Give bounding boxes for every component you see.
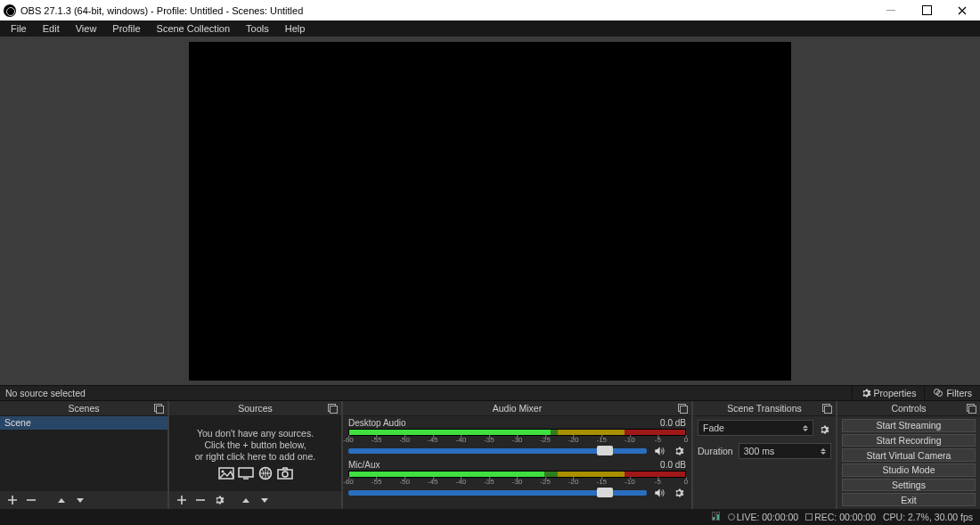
gear-icon (674, 446, 684, 456)
scale-tick: -35 (484, 436, 494, 444)
scale-tick: -35 (484, 478, 494, 486)
display-source-icon (238, 466, 254, 480)
chevron-up-icon (242, 498, 249, 503)
chevron-down-icon (77, 498, 84, 503)
scale-tick: -5 (655, 478, 661, 486)
scene-add-button[interactable] (4, 492, 20, 508)
popout-controls-button[interactable] (966, 403, 976, 414)
dock-mixer: Audio Mixer Desktop Audio0.0 dB -60-55-5… (343, 401, 693, 509)
scale-tick: -40 (456, 478, 467, 486)
scene-up-button[interactable] (53, 492, 69, 508)
status-cpu: CPU: 2.7%, 30.00 fps (883, 512, 973, 522)
close-button[interactable] (944, 0, 980, 21)
dock-sources: Sources You don't have any sources. Clic… (169, 401, 343, 509)
status-live: LIVE: 00:00:00 (737, 512, 798, 522)
controls-title: Controls (837, 403, 980, 414)
source-down-button[interactable] (257, 492, 273, 508)
transition-select[interactable]: Fade (698, 420, 813, 436)
titlebar: OBS 27.1.3 (64-bit, windows) - Profile: … (0, 0, 980, 21)
scale-tick: -10 (625, 478, 635, 486)
scale-tick: -15 (596, 436, 607, 444)
obs-logo-icon (4, 4, 16, 17)
start-recording-button[interactable]: Start Recording (842, 434, 976, 447)
scale-tick: -55 (372, 436, 382, 444)
sources-list[interactable]: You don't have any sources. Click the + … (169, 416, 341, 491)
start-streaming-button[interactable]: Start Streaming (842, 419, 976, 432)
globe-source-icon (257, 466, 274, 480)
camera-source-icon (277, 466, 293, 480)
minimize-button[interactable] (873, 0, 909, 21)
mute-button[interactable] (652, 486, 666, 500)
volume-slider[interactable] (348, 490, 647, 496)
rec-indicator-icon (805, 513, 813, 521)
svg-point-3 (221, 471, 224, 473)
mute-button[interactable] (652, 444, 666, 458)
scene-remove-button[interactable] (23, 492, 39, 508)
properties-label: Properties (874, 388, 917, 398)
menu-edit[interactable]: Edit (36, 22, 67, 35)
scale-tick: 0 (684, 478, 688, 486)
maximize-button[interactable] (909, 0, 944, 21)
studio-mode-button[interactable]: Studio Mode (842, 463, 976, 477)
scale-tick: 0 (684, 436, 688, 444)
empty-sources-l3: or right click here to add one. (169, 451, 341, 463)
filters-button[interactable]: Filters (924, 386, 980, 400)
channel-name: Mic/Aux (348, 460, 660, 470)
source-up-button[interactable] (238, 492, 254, 508)
menu-tools[interactable]: Tools (239, 22, 276, 35)
dock-transitions: Scene Transitions Fade Duration 300 ms (693, 401, 837, 509)
menu-profile[interactable]: Profile (105, 22, 147, 35)
volume-slider[interactable] (348, 448, 647, 454)
meter-scale: -60-55-50-45-40-35-30-25-20-15-10-50 (348, 478, 686, 485)
empty-sources-l2: Click the + button below, (169, 439, 341, 451)
speaker-icon (653, 487, 666, 499)
scale-tick: -30 (512, 478, 523, 486)
plus-icon (7, 495, 18, 505)
menu-help[interactable]: Help (278, 22, 313, 35)
scale-tick: -25 (540, 478, 551, 486)
menu-scene-collection[interactable]: Scene Collection (150, 22, 238, 35)
scale-tick: -5 (655, 436, 661, 444)
settings-button[interactable]: Settings (842, 479, 976, 492)
popout-scenes-button[interactable] (153, 403, 164, 414)
transition-settings-button[interactable] (817, 422, 831, 437)
source-settings-button[interactable] (211, 492, 227, 508)
dock-controls: Controls Start Streaming Start Recording… (837, 401, 980, 509)
scale-tick: -60 (343, 436, 354, 444)
scenes-title: Scenes (0, 403, 167, 414)
status-connect-icon (712, 512, 721, 522)
popout-mixer-button[interactable] (677, 403, 688, 414)
channel-name: Desktop Audio (348, 418, 660, 428)
scale-tick: -20 (568, 436, 579, 444)
menu-view[interactable]: View (69, 22, 104, 35)
scale-tick: -25 (540, 436, 551, 444)
popout-sources-button[interactable] (327, 403, 338, 414)
plus-icon (176, 495, 187, 505)
gear-icon (819, 424, 829, 435)
channel-settings-button[interactable] (672, 444, 686, 458)
preview-canvas[interactable] (189, 42, 791, 381)
slider-thumb[interactable] (597, 488, 613, 497)
source-add-button[interactable] (174, 492, 190, 508)
scene-down-button[interactable] (72, 492, 88, 508)
transition-selected: Fade (703, 422, 803, 433)
menu-file[interactable]: File (4, 22, 34, 35)
scenes-list[interactable]: Scene (0, 416, 167, 491)
source-remove-button[interactable] (192, 492, 208, 508)
exit-button[interactable]: Exit (842, 493, 976, 506)
scale-tick: -60 (343, 478, 354, 486)
slider-thumb[interactable] (597, 446, 613, 455)
duration-input[interactable]: 300 ms (739, 443, 831, 459)
meter-scale: -60-55-50-45-40-35-30-25-20-15-10-50 (348, 436, 686, 443)
status-rec: REC: 00:00:00 (814, 512, 876, 522)
scale-tick: -10 (625, 436, 635, 444)
popout-transitions-button[interactable] (821, 403, 832, 414)
scene-item[interactable]: Scene (0, 416, 167, 430)
start-virtual-camera-button[interactable]: Start Virtual Camera (842, 448, 976, 462)
empty-sources-l1: You don't have any sources. (169, 428, 341, 439)
window-title: OBS 27.1.3 (64-bit, windows) - Profile: … (20, 5, 303, 16)
properties-button[interactable]: Properties (852, 386, 925, 400)
duration-value: 300 ms (744, 446, 821, 456)
filters-icon (933, 388, 943, 398)
channel-settings-button[interactable] (672, 486, 686, 500)
